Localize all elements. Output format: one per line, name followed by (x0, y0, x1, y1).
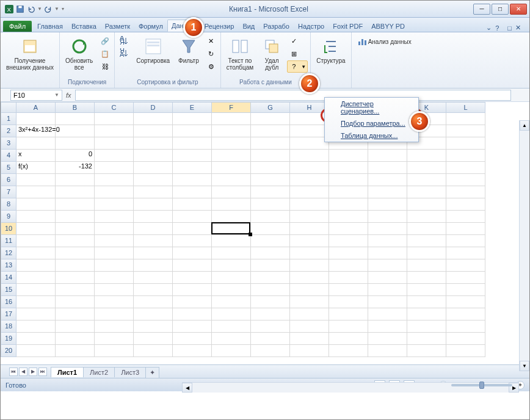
cell-C7[interactable] (95, 186, 134, 198)
row-header-2[interactable]: 2 (1, 125, 16, 137)
cell-K5[interactable] (407, 162, 446, 174)
tab-view[interactable]: Вид (238, 20, 259, 32)
cell-D20[interactable] (134, 345, 173, 357)
row-header-14[interactable]: 14 (1, 272, 16, 284)
cell-I17[interactable] (329, 308, 368, 320)
scroll-left-button[interactable]: ◀ (182, 383, 192, 393)
cell-H13[interactable] (290, 259, 329, 272)
cell-A17[interactable] (16, 308, 56, 320)
cell-G13[interactable] (251, 259, 290, 272)
cell-E19[interactable] (173, 333, 212, 345)
fx-icon[interactable]: fx (62, 92, 75, 99)
zoom-slider[interactable] (451, 384, 512, 386)
cell-K8[interactable] (407, 198, 446, 211)
cell-J12[interactable] (368, 247, 407, 259)
cell-J9[interactable] (368, 211, 407, 223)
cell-A11[interactable] (16, 235, 56, 247)
cell-H17[interactable] (290, 308, 329, 320)
tab-home[interactable]: Главная (33, 20, 67, 32)
cell-E12[interactable] (173, 247, 212, 259)
cell-K20[interactable] (407, 345, 446, 357)
cell-F2[interactable] (212, 125, 251, 137)
cell-J5[interactable] (368, 162, 407, 174)
cell-A14[interactable] (16, 272, 56, 284)
zoom-thumb[interactable] (479, 382, 484, 389)
cell-K7[interactable] (407, 186, 446, 198)
cell-J13[interactable] (368, 259, 407, 272)
cell-G4[interactable] (251, 150, 290, 162)
cell-G11[interactable] (251, 235, 290, 247)
cell-D8[interactable] (134, 198, 173, 211)
cell-E6[interactable] (173, 174, 212, 186)
cell-L12[interactable] (446, 247, 485, 259)
cell-B4[interactable]: 0 (56, 150, 95, 162)
cell-K6[interactable] (407, 174, 446, 186)
cell-L14[interactable] (446, 272, 485, 284)
cell-A19[interactable] (16, 333, 56, 345)
cell-H16[interactable] (290, 296, 329, 308)
cell-H2[interactable] (290, 125, 329, 137)
sort-button[interactable]: Сортировка (133, 35, 173, 66)
cell-C12[interactable] (95, 247, 134, 259)
cell-I16[interactable] (329, 296, 368, 308)
cell-G5[interactable] (251, 162, 290, 174)
refresh-all-button[interactable]: Обновить все (62, 35, 96, 73)
row-header-4[interactable]: 4 (1, 150, 16, 162)
cell-K17[interactable] (407, 308, 446, 320)
cell-G7[interactable] (251, 186, 290, 198)
new-sheet-button[interactable]: ✦ (145, 367, 159, 378)
cell-F9[interactable] (212, 211, 251, 223)
cell-I12[interactable] (329, 247, 368, 259)
cell-A18[interactable] (16, 320, 56, 333)
cell-I14[interactable] (329, 272, 368, 284)
cell-C6[interactable] (95, 174, 134, 186)
cell-C18[interactable] (95, 320, 134, 333)
doc-restore-icon[interactable]: □ (507, 24, 512, 32)
cell-F11[interactable] (212, 235, 251, 247)
cell-B18[interactable] (56, 320, 95, 333)
cell-H3[interactable] (290, 137, 329, 150)
cell-F18[interactable] (212, 320, 251, 333)
cell-C4[interactable] (95, 150, 134, 162)
properties-button[interactable]: 📋 (98, 48, 112, 60)
cell-C17[interactable] (95, 308, 134, 320)
row-header-17[interactable]: 17 (1, 308, 16, 320)
whatif-analysis-button[interactable]: ?▼ (287, 60, 308, 73)
row-header-20[interactable]: 20 (1, 345, 16, 357)
col-header-C[interactable]: C (95, 102, 134, 113)
cell-I7[interactable] (329, 186, 368, 198)
cell-I5[interactable] (329, 162, 368, 174)
row-header-18[interactable]: 18 (1, 320, 16, 333)
close-button[interactable]: ✕ (510, 4, 527, 15)
cell-J16[interactable] (368, 296, 407, 308)
tab-formulas[interactable]: Формул (134, 20, 167, 32)
cell-L16[interactable] (446, 296, 485, 308)
cell-E10[interactable] (173, 223, 212, 235)
cell-I19[interactable] (329, 333, 368, 345)
cell-A2[interactable]: 3x²+4x-132=0 (16, 125, 56, 137)
cell-A8[interactable] (16, 198, 56, 211)
cell-H15[interactable] (290, 284, 329, 296)
tab-foxit[interactable]: Foxit PDF (329, 20, 367, 32)
cell-F16[interactable] (212, 296, 251, 308)
edit-links-button[interactable]: ⛓ (98, 60, 112, 73)
cell-H5[interactable] (290, 162, 329, 174)
undo-dropdown-icon[interactable]: ▼ (37, 6, 42, 12)
maximize-button[interactable]: □ (492, 4, 509, 15)
cell-K18[interactable] (407, 320, 446, 333)
cell-L18[interactable] (446, 320, 485, 333)
consolidate-button[interactable]: ⊞ (287, 48, 308, 60)
cell-H6[interactable] (290, 174, 329, 186)
cell-I18[interactable] (329, 320, 368, 333)
cell-J19[interactable] (368, 333, 407, 345)
cell-J10[interactable] (368, 223, 407, 235)
cell-F7[interactable] (212, 186, 251, 198)
cell-B9[interactable] (56, 211, 95, 223)
scroll-up-button[interactable]: ▲ (520, 120, 529, 131)
cell-L2[interactable] (446, 125, 485, 137)
cell-E2[interactable] (173, 125, 212, 137)
cell-B3[interactable] (56, 137, 95, 150)
cell-D16[interactable] (134, 296, 173, 308)
tab-abbyy[interactable]: ABBYY PD (367, 20, 409, 32)
cell-B17[interactable] (56, 308, 95, 320)
